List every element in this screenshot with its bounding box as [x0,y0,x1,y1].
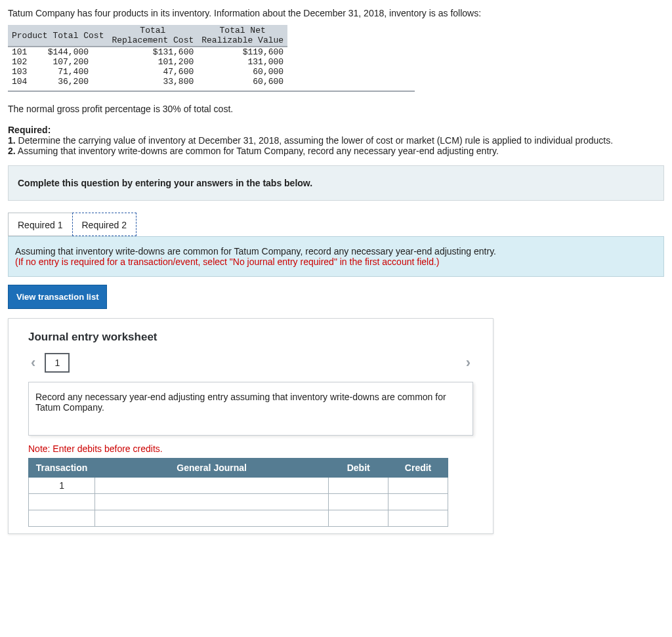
col-general-journal: General Journal [95,459,329,478]
table-row [29,494,448,510]
tab2-line2: (If no entry is required for a transacti… [15,257,439,267]
table-row: 104 36,200 33,800 60,600 [8,77,287,87]
col-nrv: Total Net Realizable Value [198,25,287,47]
table-row: 101 $144,000 $131,600 $119,600 [8,47,287,57]
credit-cell[interactable] [388,478,448,494]
tab-required-1[interactable]: Required 1 [8,213,73,236]
step-indicator[interactable]: 1 [45,353,70,373]
worksheet-note: Note: Enter debits before credits. [28,443,473,454]
col-credit: Credit [388,459,448,478]
required-item-1: 1. 1. Determine the carrying value of in… [8,135,664,146]
credit-cell[interactable] [388,510,448,527]
debit-cell[interactable] [329,478,388,494]
instruction-box: Complete this question by entering your … [8,165,664,201]
required-heading: Required: [8,125,664,135]
general-journal-cell[interactable] [95,494,329,510]
debit-cell[interactable] [329,494,388,510]
chevron-right-icon[interactable]: › [463,354,473,371]
table-row: 103 71,400 47,600 60,000 [8,67,287,77]
inventory-table: Product Total Cost Total Replacement Cos… [8,25,287,87]
table-rule [8,91,415,92]
col-replacement: Total Replacement Cost [108,25,198,47]
required-item-2: 2. Assuming that inventory write-downs a… [8,146,664,156]
transaction-cell: 1 [29,478,95,494]
tabs: Required 1 Required 2 [8,213,664,236]
transaction-cell [29,494,95,510]
general-journal-cell[interactable] [95,478,329,494]
credit-cell[interactable] [388,494,448,510]
journal-entry-worksheet: Journal entry worksheet ‹ 1 › Record any… [8,318,494,534]
chevron-left-icon[interactable]: ‹ [28,354,38,371]
col-product: Product Total Cost [8,25,108,47]
view-transaction-list-button[interactable]: View transaction list [8,285,107,309]
transaction-cell [29,510,95,527]
debit-cell[interactable] [329,510,388,527]
intro-text: Tatum Company has four products in its i… [8,8,664,18]
tab-required-2[interactable]: Required 2 [72,213,137,236]
journal-table: Transaction General Journal Debit Credit… [28,458,448,527]
col-debit: Debit [329,459,388,478]
table-row: 1 [29,478,448,494]
table-row: 102 107,200 101,200 131,000 [8,57,287,67]
col-transaction: Transaction [29,459,95,478]
tab-content-required-2: Assuming that inventory write-downs are … [8,236,664,277]
worksheet-title: Journal entry worksheet [28,331,473,344]
gross-profit-note: The normal gross profit percentage is 30… [8,104,664,114]
table-row [29,510,448,527]
tab2-line1: Assuming that inventory write-downs are … [15,246,496,257]
general-journal-cell[interactable] [95,510,329,527]
worksheet-prompt: Record any necessary year-end adjusting … [28,382,473,436]
